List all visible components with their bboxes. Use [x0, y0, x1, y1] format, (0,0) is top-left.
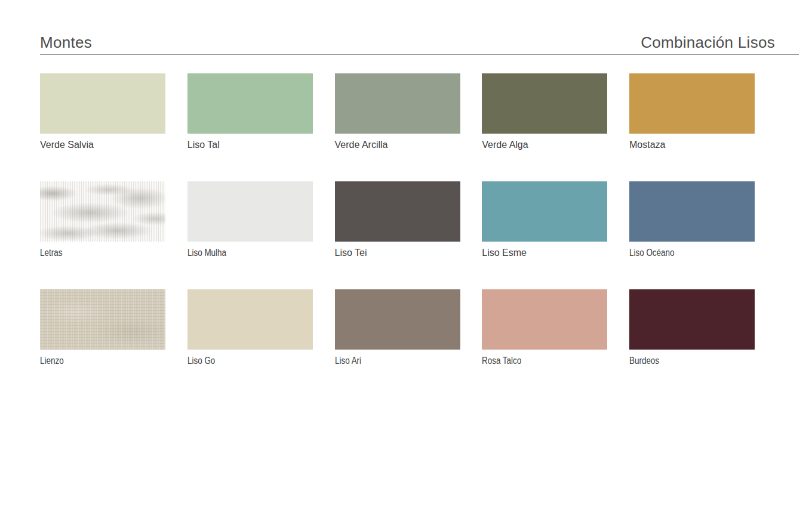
collection-title: Combinación Lisos — [641, 33, 799, 54]
swatch-cell: Liso Mulha — [187, 181, 313, 259]
page-title: Montes — [40, 33, 92, 54]
swatch-cell: Liso Océano — [629, 181, 755, 259]
swatch-label: Liso Tei — [335, 247, 460, 259]
swatch-label: Verde Alga — [482, 139, 607, 151]
color-swatch[interactable] — [40, 73, 165, 134]
color-swatch[interactable] — [629, 181, 755, 242]
color-swatch[interactable] — [187, 289, 313, 350]
color-swatch[interactable] — [187, 73, 313, 134]
swatch-label: Liso Tal — [187, 139, 313, 151]
swatch-cell: Lienzo — [40, 289, 165, 367]
color-swatch[interactable] — [482, 73, 607, 134]
swatch-grid: Verde Salvia Liso Tal Verde Arcilla Verd… — [40, 73, 755, 367]
swatch-label: Burdeos — [629, 355, 734, 367]
color-swatch[interactable] — [629, 289, 755, 350]
swatch-cell: Liso Esme — [482, 181, 607, 259]
swatch-label: Liso Go — [187, 355, 293, 367]
swatch-label: Lienzo — [40, 355, 145, 367]
color-swatch[interactable] — [335, 73, 460, 134]
color-swatch[interactable] — [187, 181, 313, 242]
swatch-label: Rosa Talco — [482, 355, 587, 367]
swatch-cell: Liso Tei — [335, 181, 460, 259]
color-swatch[interactable] — [335, 181, 460, 242]
swatch-cell: Verde Alga — [482, 73, 607, 151]
header: Montes Combinación Lisos — [40, 0, 799, 55]
swatch-cell: Verde Salvia — [40, 73, 165, 151]
swatch-cell: Letras — [40, 181, 165, 259]
swatch-label: Mostaza — [629, 139, 755, 151]
color-swatch[interactable] — [40, 181, 165, 242]
swatch-label: Liso Esme — [482, 247, 607, 259]
swatch-cell: Mostaza — [629, 73, 755, 151]
swatch-cell: Liso Go — [187, 289, 313, 367]
color-swatch[interactable] — [40, 289, 165, 350]
swatch-cell: Burdeos — [629, 289, 755, 367]
swatch-cell: Verde Arcilla — [335, 73, 460, 151]
swatch-cell: Liso Ari — [335, 289, 460, 367]
swatch-label: Liso Ari — [335, 355, 440, 367]
swatch-label: Liso Mulha — [187, 247, 293, 259]
color-swatch[interactable] — [482, 289, 607, 350]
swatch-cell: Rosa Talco — [482, 289, 607, 367]
swatch-label: Verde Salvia — [40, 139, 165, 151]
swatch-cell: Liso Tal — [187, 73, 313, 151]
color-swatch[interactable] — [335, 289, 460, 350]
swatch-label: Verde Arcilla — [335, 139, 460, 151]
color-swatch[interactable] — [629, 73, 755, 134]
color-swatch[interactable] — [482, 181, 607, 242]
swatch-label: Letras — [40, 247, 145, 259]
catalog-page: Montes Combinación Lisos Verde Salvia Li… — [0, 0, 812, 522]
swatch-label: Liso Océano — [629, 247, 734, 259]
